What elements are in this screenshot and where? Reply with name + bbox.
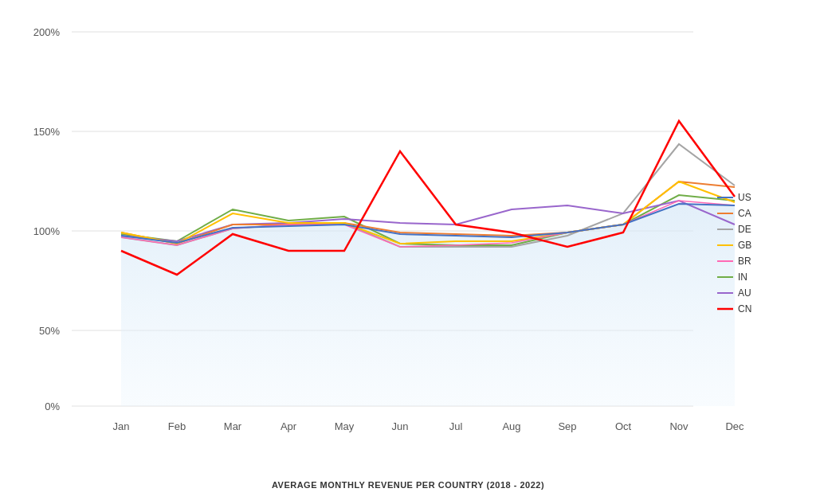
x-label-feb: Feb [168,420,186,432]
legend-label-gb: GB [738,240,751,251]
legend-label-br: BR [738,256,751,267]
x-label-jul: Jul [449,420,463,432]
x-label-apr: Apr [280,420,297,432]
y-label-0: 0% [45,400,60,412]
x-label-jun: Jun [392,420,409,432]
chart-container: 200% 150% 100% 50% 0% Jan Feb Mar Apr Ma… [0,0,816,504]
x-label-aug: Aug [502,420,520,432]
y-label-100: 100% [33,225,61,237]
legend-label-cn: CN [738,303,751,315]
x-label-sep: Sep [558,420,576,432]
y-label-50: 50% [39,325,60,337]
x-label-jan: Jan [113,420,130,432]
x-label-nov: Nov [669,420,688,432]
chart-svg: 200% 150% 100% 50% 0% Jan Feb Mar Apr Ma… [0,0,816,504]
x-label-mar: Mar [224,420,242,432]
legend-label-ca: CA [738,208,751,219]
x-label-oct: Oct [615,420,632,432]
x-label-dec: Dec [725,420,744,432]
legend-label-in: IN [738,272,747,283]
legend-label-au: AU [738,287,751,299]
y-label-200: 200% [33,26,61,38]
y-label-150: 150% [33,126,61,138]
x-label-may: May [335,420,355,432]
legend-label-us: US [738,192,751,203]
chart-title: AVERAGE MONTHLY REVENUE PER COUNTRY (201… [272,480,544,490]
legend-label-de: DE [738,224,751,235]
